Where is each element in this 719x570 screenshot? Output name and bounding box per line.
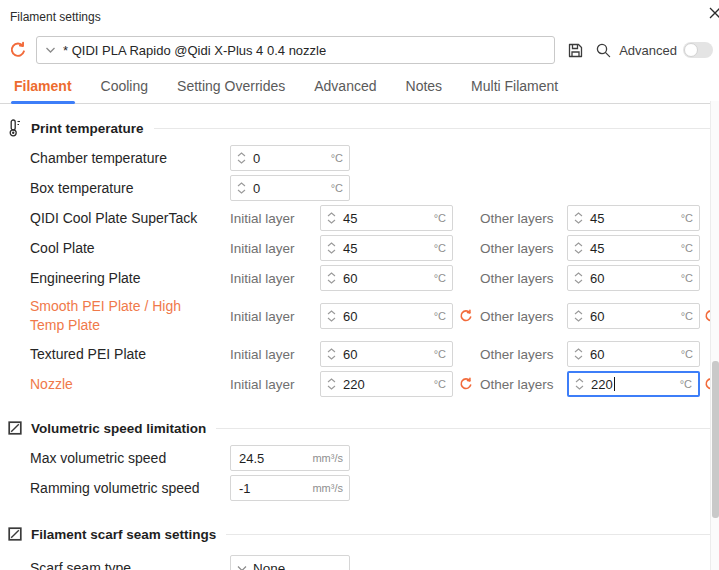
unit-label: °C bbox=[434, 212, 452, 224]
spinner-buttons[interactable] bbox=[321, 310, 341, 322]
save-preset-icon[interactable] bbox=[565, 40, 585, 60]
spinner-buttons[interactable] bbox=[568, 310, 588, 322]
preset-combobox[interactable]: * QIDI PLA Rapido @Qidi X-Plus 4 0.4 noz… bbox=[36, 36, 555, 64]
search-icon[interactable] bbox=[593, 40, 613, 60]
initial-layer-input[interactable]: 60 °C bbox=[320, 341, 453, 367]
unit-label: °C bbox=[434, 242, 452, 254]
spinner-buttons[interactable] bbox=[231, 152, 251, 164]
undo-value-icon[interactable] bbox=[459, 309, 473, 323]
max-volumetric-speed-input[interactable]: 24.5 mm³/s bbox=[230, 445, 350, 471]
vertical-scrollbar[interactable] bbox=[710, 101, 719, 570]
chevron-down-icon bbox=[237, 565, 247, 570]
initial-layer-label: Initial layer bbox=[230, 377, 320, 392]
advanced-toggle[interactable] bbox=[683, 42, 713, 58]
tab-multi-filament[interactable]: Multi Filament bbox=[471, 78, 558, 94]
field-value: 45 bbox=[590, 241, 604, 256]
window-title: Filament settings bbox=[10, 10, 101, 24]
other-layers-input[interactable]: 60 °C bbox=[567, 341, 700, 367]
chevron-down-icon bbox=[45, 46, 56, 54]
unit-label: mm³/s bbox=[312, 482, 349, 494]
initial-layer-input[interactable]: 45 °C bbox=[320, 205, 453, 231]
initial-layer-input[interactable]: 220 °C bbox=[320, 371, 453, 397]
thermometer-icon bbox=[8, 119, 23, 137]
tab-advanced[interactable]: Advanced bbox=[314, 78, 376, 94]
unit-label: °C bbox=[681, 310, 699, 322]
field-value: 24.5 bbox=[239, 451, 264, 466]
setting-label: Scarf seam type bbox=[30, 559, 230, 570]
other-layers-input[interactable]: 45 °C bbox=[567, 235, 700, 261]
section-title: Filament scarf seam settings bbox=[31, 527, 216, 542]
undo-value-icon[interactable] bbox=[459, 377, 473, 391]
field-value: 60 bbox=[590, 347, 604, 362]
close-icon[interactable] bbox=[707, 5, 719, 21]
initial-layer-input[interactable]: 60 °C bbox=[320, 265, 453, 291]
other-layers-input-focused[interactable]: 220 °C bbox=[567, 371, 700, 397]
tab-cooling[interactable]: Cooling bbox=[101, 78, 148, 94]
unit-label: °C bbox=[331, 182, 349, 194]
selected-option: None bbox=[253, 561, 285, 570]
chamber-temperature-input[interactable]: 0 °C bbox=[230, 145, 350, 171]
other-layers-label: Other layers bbox=[480, 347, 567, 362]
other-layers-input[interactable]: 60 °C bbox=[567, 265, 700, 291]
section-print-temperature: Print temperature bbox=[0, 117, 719, 139]
spinner-buttons[interactable] bbox=[321, 378, 341, 390]
tab-notes[interactable]: Notes bbox=[406, 78, 443, 94]
row-box-temperature: Box temperature 0 °C bbox=[0, 173, 719, 203]
unit-label: °C bbox=[681, 348, 699, 360]
spinner-buttons[interactable] bbox=[569, 378, 589, 390]
other-layers-label: Other layers bbox=[480, 241, 567, 256]
row-cool-plate: Cool Plate Initial layer 45 °C Other lay… bbox=[0, 233, 719, 263]
spinner-buttons[interactable] bbox=[321, 212, 341, 224]
spinner-buttons[interactable] bbox=[568, 272, 588, 284]
spinner-buttons[interactable] bbox=[231, 182, 251, 194]
section-volumetric-speed: Volumetric speed limitation bbox=[0, 417, 719, 439]
unit-label: °C bbox=[331, 152, 349, 164]
row-nozzle: Nozzle Initial layer 220 °C Other layers bbox=[0, 369, 719, 399]
spinner-buttons[interactable] bbox=[568, 348, 588, 360]
spinner-buttons[interactable] bbox=[568, 242, 588, 254]
preset-bar: * QIDI PLA Rapido @Qidi X-Plus 4 0.4 noz… bbox=[0, 26, 719, 66]
other-layers-label: Other layers bbox=[480, 377, 567, 392]
initial-layer-label: Initial layer bbox=[230, 241, 320, 256]
unit-label: °C bbox=[434, 310, 452, 322]
setting-label-modified: Smooth PEI Plate / High Temp Plate bbox=[30, 297, 230, 335]
row-ramming-volumetric-speed: Ramming volumetric speed -1 mm³/s bbox=[0, 473, 719, 503]
other-layers-input[interactable]: 60 °C bbox=[567, 303, 700, 329]
tab-setting-overrides[interactable]: Setting Overrides bbox=[177, 78, 285, 94]
initial-layer-input[interactable]: 45 °C bbox=[320, 235, 453, 261]
reset-preset-icon[interactable] bbox=[8, 40, 28, 60]
initial-layer-label: Initial layer bbox=[230, 309, 320, 324]
field-value: 45 bbox=[343, 241, 357, 256]
spinner-buttons[interactable] bbox=[321, 272, 341, 284]
toggle-knob bbox=[684, 43, 698, 57]
setting-label-modified: Nozzle bbox=[30, 375, 230, 394]
spinner-buttons[interactable] bbox=[321, 348, 341, 360]
spinner-buttons[interactable] bbox=[568, 212, 588, 224]
initial-layer-input[interactable]: 60 °C bbox=[320, 303, 453, 329]
spinner-buttons[interactable] bbox=[321, 242, 341, 254]
diagonal-square-icon bbox=[8, 419, 23, 437]
window-header: Filament settings bbox=[0, 0, 719, 26]
unit-label: °C bbox=[681, 242, 699, 254]
section-divider bbox=[154, 128, 717, 129]
scrollbar-thumb[interactable] bbox=[712, 361, 719, 518]
section-divider bbox=[216, 428, 717, 429]
other-layers-label: Other layers bbox=[480, 309, 567, 324]
preset-name: * QIDI PLA Rapido @Qidi X-Plus 4 0.4 noz… bbox=[63, 43, 326, 58]
initial-layer-label: Initial layer bbox=[230, 271, 320, 286]
settings-tabs: Filament Cooling Setting Overrides Advan… bbox=[0, 66, 719, 104]
section-scarf-seam: Filament scarf seam settings bbox=[0, 523, 719, 545]
other-layers-input[interactable]: 45 °C bbox=[567, 205, 700, 231]
unit-label: °C bbox=[681, 212, 699, 224]
row-max-volumetric-speed: Max volumetric speed 24.5 mm³/s bbox=[0, 443, 719, 473]
scarf-seam-type-select[interactable]: None bbox=[230, 555, 350, 570]
field-value: 0 bbox=[253, 181, 260, 196]
tab-filament[interactable]: Filament bbox=[14, 78, 72, 94]
box-temperature-input[interactable]: 0 °C bbox=[230, 175, 350, 201]
ramming-volumetric-speed-input[interactable]: -1 mm³/s bbox=[230, 475, 350, 501]
setting-label: QIDI Cool Plate SuperTack bbox=[30, 209, 230, 228]
text-caret bbox=[614, 377, 615, 391]
row-textured-pei-plate: Textured PEI Plate Initial layer 60 °C O… bbox=[0, 339, 719, 369]
row-qidi-cool-plate-supertack: QIDI Cool Plate SuperTack Initial layer … bbox=[0, 203, 719, 233]
undo-slot bbox=[453, 309, 480, 323]
